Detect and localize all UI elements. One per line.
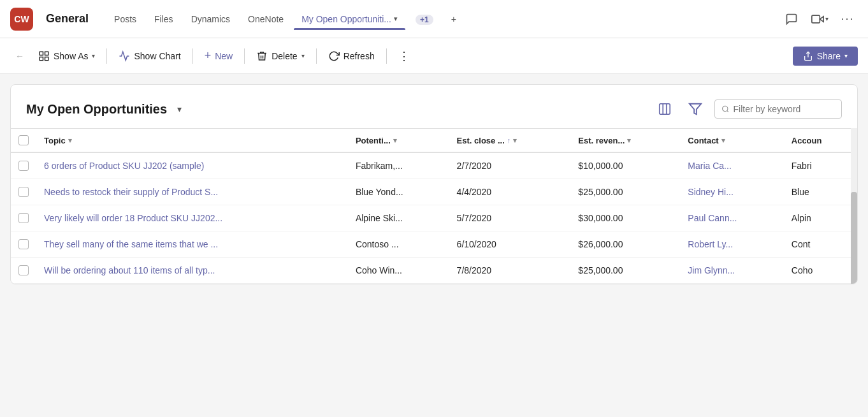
row-checkbox-cell [11,152,36,179]
row-account: Fabri [784,152,857,179]
show-as-caret-icon: ▾ [92,52,95,59]
col-header-potential[interactable]: Potenti... ▾ [348,129,449,153]
row-contact[interactable]: Maria Ca... [680,152,783,179]
col-header-est-close[interactable]: Est. close ... ↑ ▾ [449,129,571,153]
col-est-close-caret-icon: ▾ [513,136,517,145]
row-topic[interactable]: Will be ordering about 110 items of all … [36,258,348,284]
svg-marker-10 [690,104,701,115]
tab-posts[interactable]: Posts [106,9,144,29]
col-contact-label: Contact [688,136,718,145]
filter-icon [688,102,702,116]
tab-plus-badge[interactable]: +1 [408,9,441,29]
select-all-checkbox[interactable] [18,135,29,145]
columns-icon [658,102,672,116]
row-contact[interactable]: Robert Ly... [680,231,783,258]
row-checkbox[interactable] [18,239,29,249]
tab-add-button[interactable]: + [444,9,464,29]
new-plus-icon: + [205,49,212,62]
col-header-contact[interactable]: Contact ▾ [680,129,783,153]
toolbar: ← Show As ▾ Show Chart + New Delete ▾ [0,38,868,74]
row-checkbox-cell [11,258,36,284]
filter-input-wrapper[interactable] [714,99,842,119]
filter-keyword-input[interactable] [734,104,835,114]
row-account: Blue [784,179,857,205]
row-potential: Coho Win... [348,258,449,284]
svg-rect-5 [45,57,48,60]
top-navigation: CW General Posts Files Dynamics OneNote … [0,0,868,38]
app-icon: CW [10,8,33,31]
show-as-label: Show As [54,51,88,61]
table-scroll-wrapper: Topic ▾ Potenti... ▾ [11,128,857,284]
table-row: Needs to restock their supply of Product… [11,179,857,205]
filter-icon-btn[interactable] [684,98,707,121]
tab-dynamics[interactable]: Dynamics [184,9,238,29]
col-header-account[interactable]: Accoun [784,129,857,153]
toolbar-separator-3 [244,48,245,64]
new-button[interactable]: + New [198,45,240,66]
toolbar-separator-1 [106,48,107,64]
row-est-revenue: $26,000.00 [570,231,680,258]
row-est-close: 6/10/2020 [449,231,571,258]
columns-icon-btn[interactable] [653,98,676,121]
tab-opportunities-label: My Open Opportuniti... [301,14,391,24]
row-checkbox[interactable] [18,265,29,275]
toolbar-separator-2 [192,48,193,64]
col-topic-sort-icon: ▾ [68,136,72,145]
svg-rect-4 [40,57,43,60]
nav-tabs: Posts Files Dynamics OneNote My Open Opp… [106,9,769,29]
share-button[interactable]: Share ▾ [793,47,858,66]
tab-onenote[interactable]: OneNote [240,9,291,29]
row-topic[interactable]: 6 orders of Product SKU JJ202 (sample) [36,152,348,179]
col-header-topic[interactable]: Topic ▾ [36,129,348,153]
scroll-thumb[interactable] [851,192,857,284]
more-options-icon-btn[interactable]: ··· [837,9,858,29]
row-contact[interactable]: Jim Glynn... [680,258,783,284]
delete-label: Delete [271,51,297,61]
row-potential: Fabrikam,... [348,152,449,179]
card-header-right [653,98,842,121]
table-row: They sell many of the same items that we… [11,231,857,258]
row-checkbox-cell [11,205,36,231]
col-potential-sort-icon: ▾ [393,136,397,145]
svg-point-11 [723,106,728,111]
col-header-est-revenue[interactable]: Est. reven... ▾ [570,129,680,153]
row-topic[interactable]: Needs to restock their supply of Product… [36,179,348,205]
row-contact[interactable]: Sidney Hi... [680,179,783,205]
main-content: My Open Opportunities ▾ [0,74,868,295]
delete-button[interactable]: Delete ▾ [250,47,310,66]
chat-icon-btn[interactable] [781,9,802,29]
view-title-caret-icon[interactable]: ▾ [177,104,182,114]
row-contact[interactable]: Paul Cann... [680,205,783,231]
refresh-button[interactable]: Refresh [322,47,381,66]
row-checkbox[interactable] [18,161,29,171]
show-chart-icon [119,50,130,62]
tab-opportunities[interactable]: My Open Opportuniti... ▾ [294,9,405,29]
delete-icon [256,50,268,62]
tab-files[interactable]: Files [147,9,181,29]
row-potential: Contoso ... [348,231,449,258]
table-row: Will be ordering about 110 items of all … [11,258,857,284]
row-checkbox-cell [11,179,36,205]
table-container: Topic ▾ Potenti... ▾ [11,128,857,284]
nav-right-actions: ▾ ··· [781,9,858,29]
more-toolbar-button[interactable]: ⋮ [392,45,416,67]
row-potential: Alpine Ski... [348,205,449,231]
show-chart-button[interactable]: Show Chart [112,47,187,66]
header-checkbox-cell [11,129,36,153]
back-button[interactable]: ← [10,47,29,65]
video-icon-btn[interactable]: ▾ [809,9,830,29]
badge-count: +1 [416,15,433,25]
row-topic[interactable]: They sell many of the same items that we… [36,231,348,258]
row-checkbox[interactable] [18,187,29,197]
refresh-icon [328,50,340,62]
col-est-close-sort-icon: ↑ [507,136,511,144]
show-as-button[interactable]: Show As ▾ [32,47,101,66]
row-account: Alpin [784,205,857,231]
video-icon [811,13,824,26]
app-title: General [46,12,89,26]
opportunities-table: Topic ▾ Potenti... ▾ [11,128,857,284]
row-est-revenue: $10,000.00 [570,152,680,179]
row-checkbox[interactable] [18,213,29,223]
svg-rect-1 [811,15,820,23]
row-topic[interactable]: Very likely will order 18 Product SKU JJ… [36,205,348,231]
